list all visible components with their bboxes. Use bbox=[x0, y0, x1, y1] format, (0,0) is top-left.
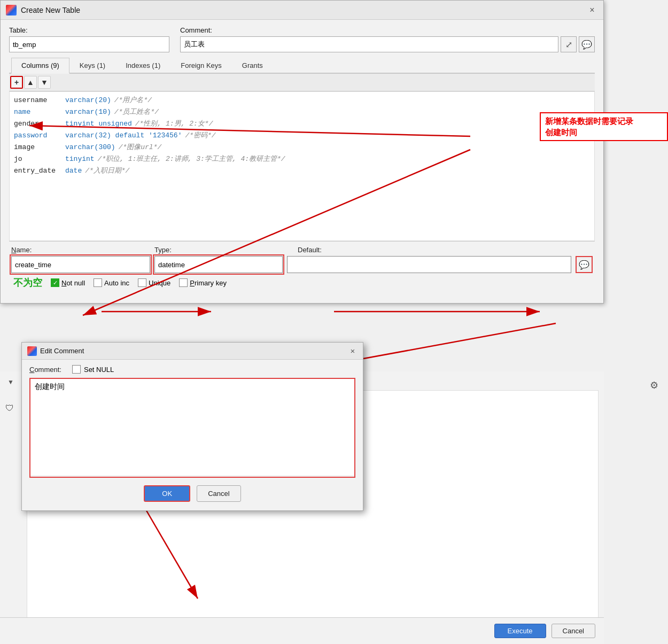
comment-edit-button[interactable]: 💬 bbox=[579, 36, 595, 52]
column-type-input[interactable] bbox=[154, 256, 283, 273]
dialog-close-button[interactable]: × bbox=[586, 4, 598, 16]
table-comment-row: Table: Comment: ⤢ 💬 bbox=[9, 26, 595, 52]
edit-comment-dialog: Edit Comment × Comment: Set NULL 创建时间 OK… bbox=[21, 342, 363, 511]
comment-input-row: ⤢ 💬 bbox=[180, 36, 595, 52]
add-column-button[interactable]: + bbox=[10, 76, 23, 89]
comment-label: Comment: bbox=[180, 26, 595, 34]
column-default-input[interactable] bbox=[287, 256, 571, 273]
col-def-name: varchar(10) bbox=[65, 108, 111, 116]
ec-top-row: Comment: Set NULL bbox=[29, 365, 355, 374]
unique-checkbox-group: Unique bbox=[138, 278, 170, 287]
column-name-input[interactable] bbox=[11, 256, 150, 273]
gear-button[interactable]: ⚙ bbox=[650, 379, 663, 392]
comment-group: Comment: ⤢ 💬 bbox=[180, 26, 595, 52]
shield-icon: 🛡 bbox=[5, 404, 14, 413]
not-null-zh-label: 不为空 bbox=[13, 276, 42, 289]
dialog-titlebar: Create New Table × bbox=[1, 1, 603, 20]
col-comment-name: /*员工姓名*/ bbox=[114, 107, 159, 117]
col-comment-gender: /*性别, 1:男, 2:女*/ bbox=[135, 119, 213, 128]
dialog-title: Create New Table bbox=[21, 6, 586, 14]
col-name-image: image bbox=[14, 143, 62, 151]
tab-indexes[interactable]: Indexes (1) bbox=[115, 58, 170, 74]
not-null-checkbox-group: ✓ Not null bbox=[51, 278, 85, 287]
ec-textarea-container: 创建时间 bbox=[29, 378, 355, 478]
table-row: entry_date date /*入职日期*/ bbox=[14, 165, 590, 176]
comment-input[interactable] bbox=[180, 36, 558, 52]
notnull-row: 不为空 ✓ Not null Auto inc Unique Primary k… bbox=[11, 273, 593, 292]
col-name-entry-date: entry_date bbox=[14, 167, 62, 175]
tabs-bar: Columns (9) Keys (1) Indexes (1) Foreign… bbox=[9, 58, 595, 74]
ec-comment-textarea[interactable]: 创建时间 bbox=[30, 379, 354, 475]
col-comment-password: /*密码*/ bbox=[185, 130, 215, 140]
column-comment-button[interactable]: 💬 bbox=[576, 256, 593, 273]
col-name-gender: gender bbox=[14, 120, 62, 128]
dialog-body: Table: Comment: ⤢ 💬 Columns (9) Keys (1)… bbox=[1, 20, 603, 303]
table-group: Table: bbox=[9, 26, 169, 52]
not-null-checkbox-label: Not null bbox=[61, 279, 85, 287]
col-comment-username: /*用户名*/ bbox=[114, 95, 152, 105]
execute-button[interactable]: Execute bbox=[494, 624, 546, 638]
col-name-name: name bbox=[14, 108, 62, 116]
col-def-image: varchar(300) bbox=[65, 143, 115, 151]
col-name-jo: jo bbox=[14, 155, 62, 163]
dropdown-handle[interactable]: ▼ bbox=[5, 377, 16, 387]
ec-close-button[interactable]: × bbox=[348, 346, 358, 356]
auto-inc-checkbox-label: Auto inc bbox=[104, 279, 129, 287]
app-icon bbox=[6, 5, 17, 15]
table-name-input[interactable] bbox=[9, 36, 169, 52]
type-label: Type: bbox=[154, 246, 293, 254]
main-dialog-footer: Execute Cancel bbox=[0, 617, 604, 644]
comment-expand-button[interactable]: ⤢ bbox=[561, 36, 577, 52]
ec-app-icon bbox=[27, 346, 37, 356]
cancel-button[interactable]: Cancel bbox=[552, 624, 595, 638]
bf-inputs-row: 💬 bbox=[11, 256, 593, 273]
move-up-button[interactable]: ▲ bbox=[24, 76, 37, 89]
primary-key-checkbox[interactable] bbox=[179, 278, 188, 287]
col-comment-jo: /*职位, 1:班主任, 2:讲师, 3:学工主管, 4:教研主管*/ bbox=[98, 154, 285, 164]
default-label: Default: bbox=[298, 246, 593, 254]
col-def-username: varchar(20) bbox=[65, 96, 111, 104]
table-row: username varchar(20) /*用户名*/ bbox=[14, 94, 590, 106]
bottom-form: Name: Type: Default: 💬 不为空 ✓ Not null bbox=[9, 241, 595, 297]
ec-ok-button[interactable]: OK bbox=[144, 485, 190, 502]
ec-setnull-group: Set NULL bbox=[72, 365, 114, 374]
ec-cancel-button[interactable]: Cancel bbox=[197, 485, 240, 502]
table-label: Table: bbox=[9, 26, 169, 34]
unique-checkbox[interactable] bbox=[138, 278, 146, 287]
col-def-jo: tinyint bbox=[65, 155, 95, 163]
set-null-label: Set NULL bbox=[84, 366, 114, 374]
table-row: password varchar(32) default '123456' /*… bbox=[14, 129, 590, 141]
primary-key-checkbox-label: Primary key bbox=[190, 279, 227, 287]
columns-list: username varchar(20) /*用户名*/ name varcha… bbox=[9, 91, 595, 241]
tab-grants[interactable]: Grants bbox=[232, 58, 273, 74]
table-row: gender tinyint unsigned /*性别, 1:男, 2:女*/ bbox=[14, 118, 590, 129]
set-null-checkbox[interactable] bbox=[72, 365, 81, 374]
ec-body: Comment: Set NULL 创建时间 OK Cancel bbox=[22, 360, 363, 510]
not-null-checkbox[interactable]: ✓ bbox=[51, 278, 59, 287]
col-name-password: password bbox=[14, 131, 62, 139]
primary-key-checkbox-group: Primary key bbox=[179, 278, 227, 287]
move-down-button[interactable]: ▼ bbox=[38, 76, 51, 89]
ec-titlebar: Edit Comment × bbox=[22, 343, 363, 360]
ec-dialog-title: Edit Comment bbox=[40, 347, 348, 355]
tab-columns[interactable]: Columns (9) bbox=[11, 58, 69, 74]
annotation-text: 新增某条数据时需要记录创建时间 bbox=[545, 117, 633, 137]
tab-keys[interactable]: Keys (1) bbox=[69, 58, 115, 74]
unique-checkbox-label: Unique bbox=[149, 279, 170, 287]
main-dialog: Create New Table × Table: Comment: ⤢ 💬 C… bbox=[0, 0, 604, 304]
columns-toolbar: + ▲ ▼ bbox=[9, 74, 595, 91]
annotation-box: 新增某条数据时需要记录创建时间 bbox=[540, 112, 668, 141]
col-def-password: varchar(32) default '123456' bbox=[65, 131, 182, 139]
auto-inc-checkbox-group: Auto inc bbox=[94, 278, 129, 287]
table-row: image varchar(300) /*图像url*/ bbox=[14, 141, 590, 153]
ec-comment-label: Comment: bbox=[29, 366, 61, 374]
col-def-entry-date: date bbox=[65, 167, 82, 175]
table-row: jo tinyint /*职位, 1:班主任, 2:讲师, 3:学工主管, 4:… bbox=[14, 153, 590, 165]
auto-inc-checkbox[interactable] bbox=[94, 278, 102, 287]
col-def-gender: tinyint unsigned bbox=[65, 120, 132, 128]
bf-labels-row: Name: Type: Default: bbox=[11, 246, 593, 254]
col-comment-image: /*图像url*/ bbox=[119, 142, 162, 152]
tab-foreign-keys[interactable]: Foreign Keys bbox=[170, 58, 232, 74]
ec-footer: OK Cancel bbox=[29, 482, 355, 505]
col-name-username: username bbox=[14, 96, 62, 104]
